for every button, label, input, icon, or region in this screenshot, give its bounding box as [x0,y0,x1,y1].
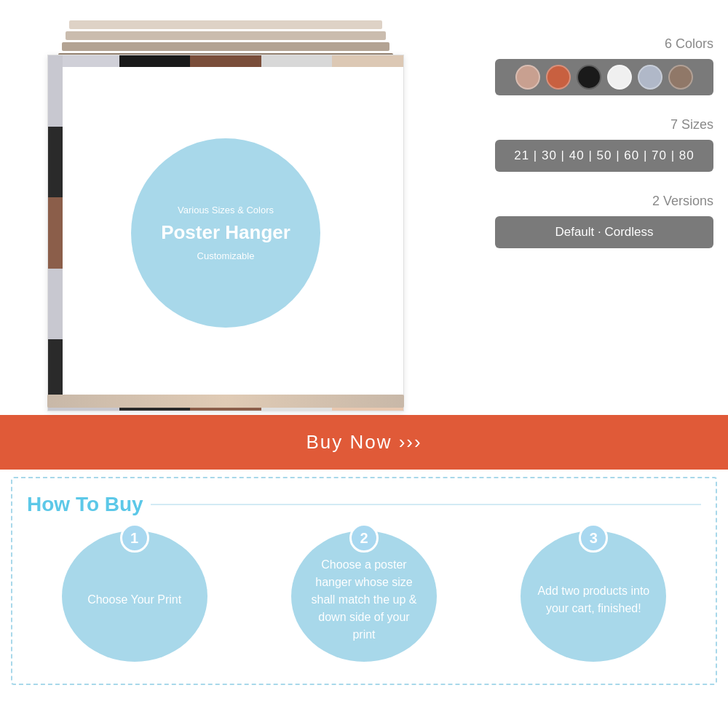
product-image-area: Various Sizes & Colors Poster Hanger Cus… [15,15,437,408]
top-strip-2 [119,55,191,67]
left-strip-3 [48,197,63,269]
step-item-3: 3Add two products into your cart, finish… [486,531,701,662]
sizes-bar: 21 | 30 | 40 | 50 | 60 | 70 | 80 [495,140,713,172]
step-text-3: Add two products into your cart, finishe… [535,582,652,617]
buy-now-text: Buy Now ››› [306,431,422,454]
how-to-buy-section: How To Buy 1Choose Your Print2Choose a p… [11,477,717,685]
poster-circle: Various Sizes & Colors Poster Hanger Cus… [131,138,320,328]
left-strip-4 [48,269,63,340]
how-to-buy-title: How To Buy [27,493,701,516]
versions-bar: Default · Cordless [495,216,713,248]
swatch-rose-gold[interactable] [515,65,540,90]
hanger-bar-2 [66,31,386,40]
swatch-copper[interactable] [546,65,571,90]
step-number-3: 3 [579,523,608,553]
step-text-2: Choose a poster hanger whose size shall … [306,556,422,644]
sizes-text: 21 | 30 | 40 | 50 | 60 | 70 | 80 [514,149,695,163]
versions-block: 2 Versions Default · Cordless [451,194,713,248]
swatch-walnut[interactable] [668,65,693,90]
left-strip-1 [48,55,63,127]
steps-container: 1Choose Your Print2Choose a poster hange… [27,531,701,662]
frames-container: Various Sizes & Colors Poster Hanger Cus… [40,15,411,408]
versions-label: 2 Versions [652,194,713,209]
main-poster: Various Sizes & Colors Poster Hanger Cus… [47,55,404,411]
color-swatches-bar [495,59,713,95]
step-item-1: 1Choose Your Print [27,531,242,662]
colors-block: 6 Colors [451,36,713,95]
info-area: 6 Colors 7 Sizes 21 | 30 | 40 | 50 | 60 … [451,15,713,408]
hanger-bar-3 [62,42,389,51]
bottom-bar [47,395,404,408]
top-strip-4 [261,55,333,67]
top-section: Various Sizes & Colors Poster Hanger Cus… [0,0,728,415]
top-strips [48,55,403,67]
color-strips [48,55,63,411]
sizes-label: 7 Sizes [670,117,713,132]
swatch-black[interactable] [577,65,601,90]
sizes-block: 7 Sizes 21 | 30 | 40 | 50 | 60 | 70 | 80 [451,117,713,172]
top-strip-5 [332,55,403,67]
swatch-white[interactable] [607,65,632,90]
left-strip-2 [48,127,63,198]
top-strip-3 [190,55,261,67]
step-item-2: 2Choose a poster hanger whose size shall… [256,531,471,662]
hanger-bar-1 [69,20,382,29]
circle-title: Poster Hanger [161,221,290,244]
buy-now-button[interactable]: Buy Now ››› [0,415,728,470]
step-number-2: 2 [349,523,379,553]
circle-subtitle: Various Sizes & Colors [178,205,274,215]
step-text-1: Choose Your Print [87,591,181,609]
colors-label: 6 Colors [665,36,713,52]
circle-sub2: Customizable [197,250,255,261]
swatch-silver-blue[interactable] [638,65,662,90]
versions-text: Default · Cordless [555,225,653,240]
step-number-1: 1 [120,523,149,553]
